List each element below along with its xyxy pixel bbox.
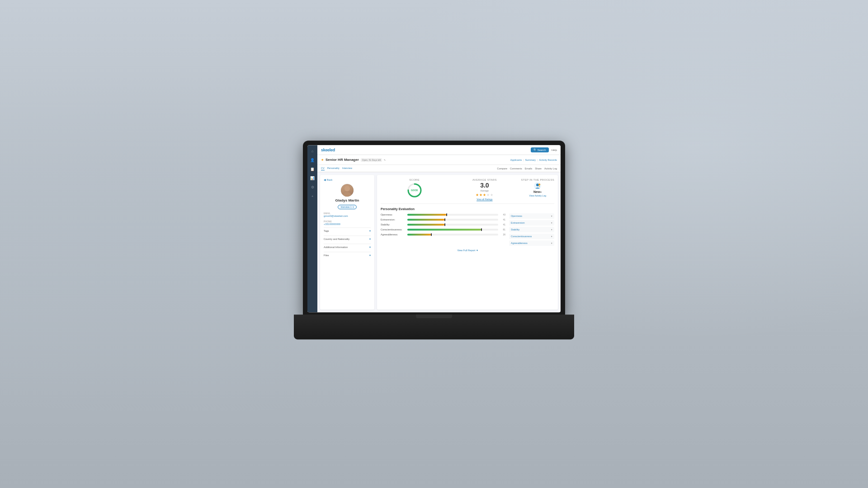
view-activity-log-link[interactable]: View Activity Log — [529, 194, 546, 197]
stability-score: 41 — [500, 223, 505, 226]
category-conscientiousness[interactable]: Conscientiousness ▾ — [509, 234, 554, 239]
category-agreeableness[interactable]: Agreeableness ▾ — [509, 240, 554, 246]
tab-interview[interactable]: Interview — [342, 167, 352, 170]
sidebar-icon-chart[interactable]: 📊 — [309, 175, 316, 181]
breadcrumbs: Applicants | Summary | Activity Records — [510, 159, 557, 161]
sidebar-icon-jobs[interactable]: 📋 — [309, 166, 316, 172]
circle-progress: GOOD — [406, 182, 423, 198]
view-ratings-link[interactable]: View all Ratings — [476, 198, 492, 201]
avg-score-value: 3.0 — [480, 182, 489, 188]
country-section[interactable]: Country and Nationality ▾ — [324, 236, 371, 242]
svg-point-1 — [343, 192, 351, 197]
data-panel: Score GOOD — [377, 175, 558, 310]
breadcrumb-applicants[interactable]: Applicants — [510, 159, 522, 161]
sidebar-icon-users[interactable]: 👤 — [309, 157, 316, 163]
personality-title: Personality Evaluation — [381, 207, 554, 211]
step-title: Step In The Process — [521, 178, 555, 181]
score-cards: Score GOOD — [381, 178, 554, 204]
extraversion-marker — [444, 218, 445, 221]
conscientiousness-bar — [407, 229, 498, 230]
phone-section: Phone +33100000000 — [324, 221, 371, 226]
tabs-left: CV Personality Interview — [321, 167, 352, 170]
agreeableness-score: 26 — [500, 233, 505, 236]
logo: skeeled — [321, 148, 335, 152]
laptop: ⌂ 👤 📋 📊 ⚙ + skeeled 🔍 S — [294, 141, 574, 339]
edit-icon[interactable]: ✎ — [384, 159, 386, 161]
openness-label: Openness: — [381, 213, 406, 216]
agreeableness-bar — [407, 234, 498, 235]
trait-categories: Openness ▾ Extraversion ▾ St — [509, 213, 554, 247]
cat-stability-arrow: ▾ — [551, 228, 552, 231]
star-5: ★ — [490, 193, 493, 197]
main-content: skeeled 🔍 Search Help ★ — [317, 145, 561, 312]
view-full-report[interactable]: View Full Report ▾ — [381, 249, 554, 252]
tags-section[interactable]: Tags ▾ — [324, 228, 371, 234]
tab-personality[interactable]: Personality — [327, 167, 340, 170]
files-section[interactable]: Files ▾ — [324, 252, 371, 258]
help-button[interactable]: Help — [552, 149, 557, 151]
files-label: Files — [324, 254, 329, 257]
trait-bars: Openness: 43 — [381, 213, 505, 247]
additional-toggle-icon: ▾ — [369, 246, 371, 249]
circle-label: GOOD — [411, 189, 418, 192]
status-badge[interactable]: Interview 1 ▾ — [338, 205, 356, 210]
laptop-hinge — [416, 314, 452, 318]
svg-point-0 — [344, 186, 350, 191]
back-arrow-icon: ◀ — [324, 178, 326, 181]
sidebar-icon-settings[interactable]: ⚙ — [309, 184, 316, 190]
tab-cv[interactable]: CV — [321, 167, 325, 170]
cat-stability-label: Stability — [511, 228, 519, 231]
comments-link[interactable]: Comments — [510, 167, 522, 170]
conscientiousness-marker — [481, 228, 482, 231]
category-openness[interactable]: Openness ▾ — [509, 213, 554, 219]
chevron-down-icon: ▾ — [353, 206, 354, 209]
content-area: ◀ Back — [317, 172, 561, 312]
activity-log-link[interactable]: Activity Log — [544, 167, 557, 170]
job-title: Senior HR Manager — [326, 158, 359, 162]
personality-section: Personality Evaluation Openness: — [381, 207, 554, 252]
extraversion-label: Extraversion: — [381, 218, 406, 221]
avg-stars-title: Average Stars — [472, 178, 497, 181]
header-right: 🔍 Search Help — [531, 147, 557, 152]
app-layout: ⌂ 👤 📋 📊 ⚙ + skeeled 🔍 S — [307, 145, 561, 312]
star-icon: ★ — [321, 158, 324, 162]
stability-marker — [444, 223, 445, 226]
email-section: Email gmort3@skeeled.com — [324, 212, 371, 218]
search-button[interactable]: 🔍 Search — [531, 147, 549, 152]
search-icon: 🔍 — [533, 148, 537, 151]
star-1: ★ — [476, 193, 479, 197]
candidate-name: Gladys Martin — [324, 198, 371, 203]
step-in-process-card: Step In The Process — [521, 178, 555, 201]
category-stability[interactable]: Stability ▾ — [509, 227, 554, 232]
trait-stability: Stability: 41 — [381, 223, 505, 226]
cat-extraversion-arrow: ▾ — [551, 221, 552, 224]
breadcrumb-activity[interactable]: Activity Records — [539, 159, 557, 161]
interview-badge: Interview 1 ▾ — [324, 205, 371, 210]
chevron-down-icon: ▾ — [476, 249, 478, 252]
step-status[interactable]: New ▾ — [533, 190, 542, 193]
laptop-screen: ⌂ 👤 📋 📊 ⚙ + skeeled 🔍 S — [307, 145, 561, 312]
openness-fill — [407, 214, 446, 216]
additional-section[interactable]: Additional Information ▾ — [324, 244, 371, 250]
stability-fill — [407, 224, 444, 225]
trait-openness: Openness: 43 — [381, 213, 505, 216]
svg-point-4 — [536, 183, 539, 186]
emails-link[interactable]: Emails — [525, 167, 533, 170]
laptop-base — [294, 314, 574, 339]
sidebar-icon-home[interactable]: ⌂ — [309, 148, 316, 154]
additional-label: Additional Information — [324, 246, 348, 249]
tabs-right: Compare Comments Emails Share Activity L… — [497, 167, 557, 170]
stability-bar — [407, 224, 498, 225]
compare-link[interactable]: Compare — [497, 167, 507, 170]
score-title: Score — [409, 178, 420, 181]
cat-conscientiousness-label: Conscientiousness — [511, 235, 532, 238]
cat-agreeableness-arrow: ▾ — [551, 242, 552, 244]
cat-conscientiousness-arrow: ▾ — [551, 235, 552, 238]
back-button[interactable]: ◀ Back — [324, 178, 371, 181]
share-link[interactable]: Share — [535, 167, 542, 170]
sidebar-icon-add[interactable]: + — [309, 193, 316, 199]
breadcrumb-summary[interactable]: Summary — [525, 159, 536, 161]
category-extraversion[interactable]: Extraversion ▾ — [509, 220, 554, 225]
svg-point-5 — [538, 183, 540, 185]
conscientiousness-label: Conscientiousness: — [381, 228, 406, 231]
